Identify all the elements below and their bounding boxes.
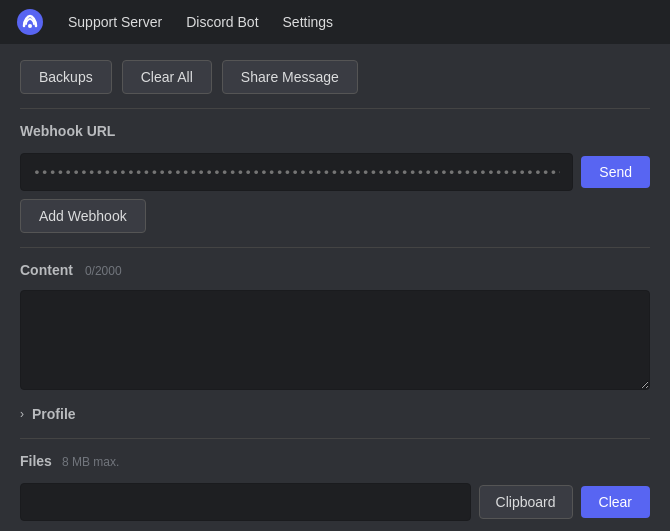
content-header: Content 0/2000	[20, 262, 650, 284]
files-input[interactable]	[20, 483, 471, 521]
profile-chevron-icon: ›	[20, 407, 24, 421]
files-header: Files 8 MB max.	[20, 453, 650, 475]
nav-support-server[interactable]: Support Server	[68, 14, 162, 30]
app-logo	[16, 8, 44, 36]
backups-button[interactable]: Backups	[20, 60, 112, 94]
svg-point-0	[17, 9, 43, 35]
profile-label: Profile	[32, 406, 76, 422]
webhook-url-input[interactable]	[20, 153, 573, 191]
content-section: Content 0/2000	[20, 262, 650, 390]
svg-point-1	[28, 24, 32, 28]
files-label: Files	[20, 453, 52, 469]
nav-discord-bot[interactable]: Discord Bot	[186, 14, 258, 30]
main-content: Backups Clear All Share Message Webhook …	[0, 44, 670, 531]
files-sublabel: 8 MB max.	[62, 455, 119, 469]
share-message-button[interactable]: Share Message	[222, 60, 358, 94]
navbar: Support Server Discord Bot Settings	[0, 0, 670, 44]
add-webhook-button[interactable]: Add Webhook	[20, 199, 146, 233]
webhook-section: Webhook URL Send Add Webhook	[20, 123, 650, 233]
profile-section[interactable]: › Profile	[20, 404, 650, 424]
files-section: Files 8 MB max. Clipboard Clear	[20, 453, 650, 521]
webhook-label: Webhook URL	[20, 123, 650, 139]
divider-1	[20, 108, 650, 109]
content-char-count: 0/2000	[85, 264, 122, 278]
divider-2	[20, 247, 650, 248]
clipboard-button[interactable]: Clipboard	[479, 485, 573, 519]
toolbar: Backups Clear All Share Message	[20, 60, 650, 94]
nav-settings[interactable]: Settings	[283, 14, 334, 30]
webhook-row: Send	[20, 153, 650, 191]
content-label: Content	[20, 262, 73, 278]
content-textarea[interactable]	[20, 290, 650, 390]
clear-all-button[interactable]: Clear All	[122, 60, 212, 94]
files-row: Clipboard Clear	[20, 483, 650, 521]
divider-3	[20, 438, 650, 439]
send-button[interactable]: Send	[581, 156, 650, 188]
files-clear-button[interactable]: Clear	[581, 486, 650, 518]
